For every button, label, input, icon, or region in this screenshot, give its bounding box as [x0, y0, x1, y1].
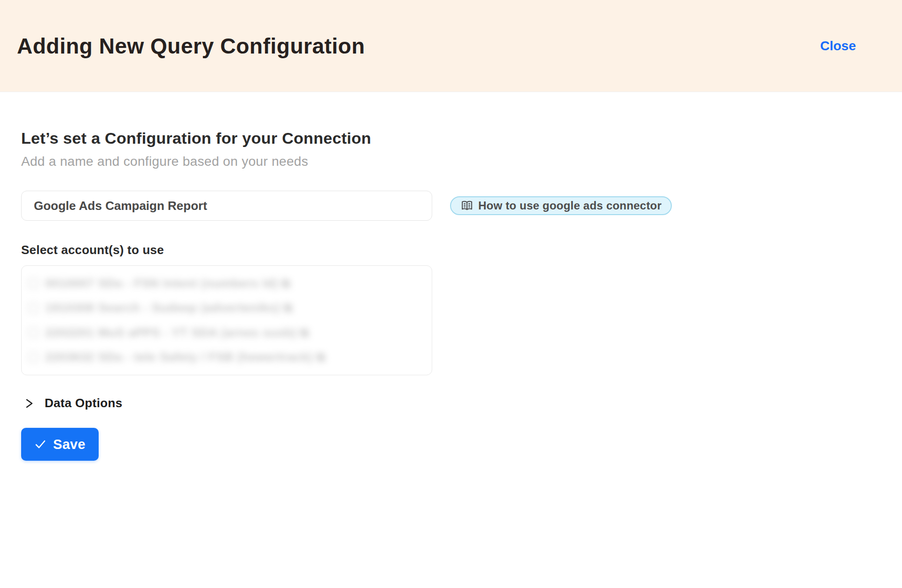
configuration-name-row: How to use google ads connector: [21, 191, 881, 221]
page-header: Adding New Query Configuration Close: [0, 0, 902, 92]
help-badge-label: How to use google ads connector: [478, 199, 661, 212]
data-options-toggle[interactable]: Data Options: [21, 396, 881, 410]
accounts-label: Select account(s) to use: [21, 243, 881, 257]
account-label-redacted: 0010007 SDa - FSN Intent (numbers ld) ⧉: [45, 276, 290, 291]
data-options-label: Data Options: [45, 396, 122, 410]
account-label-redacted: 1910308 Search - Sudeep (adverteniks) ⧉: [45, 301, 293, 315]
section-heading: Let’s set a Configuration for your Conne…: [21, 129, 881, 147]
account-label-redacted: 2202201 MuS aPPS - YT SDA (arnes susb) ⧉: [45, 325, 309, 340]
chevron-right-icon: [24, 397, 34, 410]
open-book-icon: [460, 200, 474, 211]
query-configuration-page: Adding New Query Configuration Close Let…: [0, 0, 902, 588]
account-checkbox[interactable]: [28, 327, 39, 338]
configuration-name-input[interactable]: [21, 191, 432, 221]
accounts-listbox[interactable]: 0010007 SDa - FSN Intent (numbers ld) ⧉ …: [21, 265, 432, 375]
account-row[interactable]: 2203632 SDa - tele Safety / FSB (hewertr…: [28, 348, 425, 367]
close-link[interactable]: Close: [820, 39, 856, 54]
save-button-label: Save: [53, 437, 86, 452]
check-icon: [34, 439, 47, 450]
account-row[interactable]: 1910308 Search - Sudeep (adverteniks) ⧉: [28, 298, 425, 318]
account-row[interactable]: 2202201 MuS aPPS - YT SDA (arnes susb) ⧉: [28, 323, 425, 342]
section-subheading: Add a name and configure based on your n…: [21, 154, 881, 169]
help-badge[interactable]: How to use google ads connector: [450, 196, 672, 215]
account-checkbox[interactable]: [28, 303, 39, 313]
main-content: Let’s set a Configuration for your Conne…: [0, 92, 902, 461]
account-row[interactable]: 0010007 SDa - FSN Intent (numbers ld) ⧉: [28, 273, 425, 293]
page-title: Adding New Query Configuration: [17, 33, 365, 59]
account-checkbox[interactable]: [28, 278, 39, 288]
save-button[interactable]: Save: [21, 428, 99, 461]
account-checkbox[interactable]: [28, 352, 39, 363]
account-label-redacted: 2203632 SDa - tele Safety / FSB (hewertr…: [45, 350, 326, 364]
